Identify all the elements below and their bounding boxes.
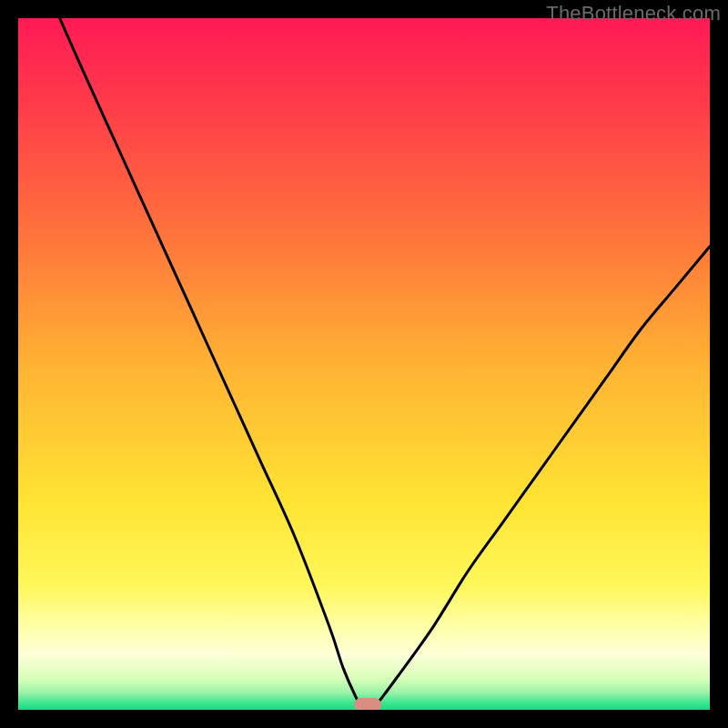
bottleneck-curve (18, 18, 710, 710)
chart-frame: TheBottleneck.com (0, 0, 728, 728)
attribution-label: TheBottleneck.com (546, 2, 721, 25)
optimal-marker (354, 698, 381, 710)
plot-area (18, 18, 710, 710)
